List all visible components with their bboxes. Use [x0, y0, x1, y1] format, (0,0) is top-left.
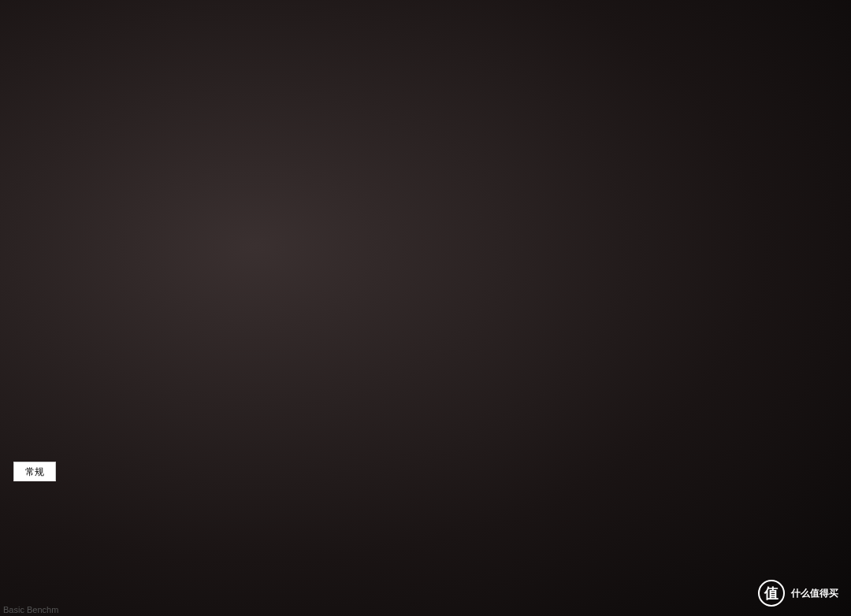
- smzdm-text: 什么值得买: [791, 587, 838, 600]
- smzdm-badge-icon: 值: [758, 580, 785, 607]
- smzdm-watermark: 值 什么值得买: [758, 580, 838, 607]
- wlan-tab-general[interactable]: 常规: [13, 462, 56, 481]
- txbench-statusbar: Basic Benchm: [3, 605, 58, 614]
